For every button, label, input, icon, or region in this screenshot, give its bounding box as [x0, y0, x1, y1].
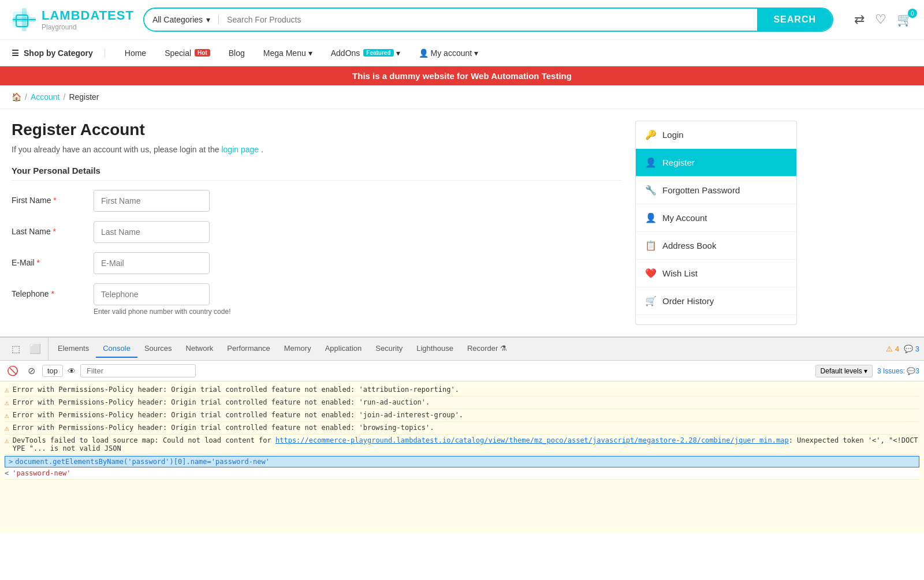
form-subtitle: If you already have an account with us, … — [12, 145, 621, 154]
devtools-icons: ⬚ ⬜ — [5, 338, 49, 360]
sidebar-item-register[interactable]: 👤 Register — [636, 149, 796, 177]
nav-mega-menu[interactable]: Mega Menu ▾ — [255, 43, 321, 63]
account-chevron-icon: ▾ — [474, 48, 478, 58]
login-link[interactable]: login page — [221, 145, 259, 154]
eye-icon: 👁 — [68, 366, 76, 376]
console-output-arrow: < — [5, 469, 9, 477]
page-title: Register Account — [12, 121, 621, 139]
form-section: Register Account If you already have an … — [12, 121, 621, 325]
address-book-icon: 📋 — [645, 240, 657, 251]
sidebar-item-my-account[interactable]: 👤 My Account — [636, 204, 796, 232]
default-levels-btn[interactable]: Default levels ▾ — [815, 365, 873, 377]
nav-addons[interactable]: AddOns Featured ▾ — [323, 43, 408, 63]
breadcrumb: 🏠 / Account / Register — [0, 85, 924, 109]
email-label: E-Mail * — [12, 252, 87, 267]
sidebar-wish-list-label: Wish List — [662, 268, 698, 278]
tab-recorder[interactable]: Recorder ⚗ — [460, 340, 514, 358]
nav-blog[interactable]: Blog — [221, 43, 253, 63]
breadcrumb-home[interactable]: 🏠 — [12, 92, 21, 102]
devtools-panel: ⬚ ⬜ Elements Console Sources Network Per… — [0, 336, 924, 533]
console-output-text: 'password-new' — [12, 469, 70, 477]
nav-special[interactable]: Special Hot — [157, 43, 218, 63]
console-line-5: ⚠ DevTools failed to load source map: Co… — [5, 435, 919, 455]
sidebar-item-address-book[interactable]: 📋 Address Book — [636, 232, 796, 260]
devtools-tabbar: ⬚ ⬜ Elements Console Sources Network Per… — [0, 338, 924, 361]
header: LAMBDATEST Playground All Categories ▾ S… — [0, 0, 924, 40]
console-settings-btn[interactable]: ⊘ — [25, 363, 38, 379]
category-dropdown[interactable]: All Categories ▾ — [144, 15, 219, 24]
cart-icon[interactable]: 🛒 0 — [897, 12, 912, 27]
telephone-hint: Enter valid phone number with country co… — [94, 308, 621, 316]
levels-label: Default levels ▾ — [821, 367, 867, 375]
logo-icon — [12, 7, 37, 32]
warn-icon-1: ⚠ — [5, 386, 9, 394]
console-filter-input[interactable] — [80, 364, 196, 377]
breadcrumb-account[interactable]: Account — [31, 92, 60, 102]
nav-special-label: Special — [165, 48, 191, 58]
nav-home[interactable]: Home — [117, 43, 154, 63]
nav-blog-label: Blog — [229, 48, 245, 58]
tab-console[interactable]: Console — [96, 340, 137, 358]
hamburger-icon: ☰ — [12, 48, 19, 58]
telephone-input[interactable] — [94, 283, 210, 305]
subtitle-prefix: If you already have an account with us, … — [12, 145, 221, 154]
lastname-input[interactable] — [94, 221, 210, 243]
breadcrumb-sep-1: / — [25, 92, 27, 102]
console-line-1: ⚠ Error with Permissions-Policy header: … — [5, 384, 919, 396]
tab-lighthouse[interactable]: Lighthouse — [409, 340, 460, 358]
svg-rect-4 — [13, 17, 36, 22]
sidebar-register-label: Register — [662, 158, 695, 167]
firstname-required: * — [53, 196, 56, 205]
cart-badge: 0 — [908, 9, 917, 18]
device-toggle-btn[interactable]: ⬜ — [27, 341, 43, 357]
nav-items: Home Special Hot Blog Mega Menu ▾ AddOns… — [117, 43, 912, 63]
mega-menu-chevron-icon: ▾ — [308, 48, 312, 58]
search-input[interactable] — [219, 9, 757, 30]
forgotten-password-icon: 🔧 — [645, 185, 657, 196]
console-line-3: ⚠ Error with Permissions-Policy header: … — [5, 409, 919, 422]
back-forward-icon[interactable]: ⇄ — [854, 12, 865, 27]
shop-by-category[interactable]: ☰ Shop by Category — [12, 48, 105, 58]
tab-sources[interactable]: Sources — [137, 340, 179, 358]
console-text-3: Error with Permissions-Policy header: Or… — [13, 411, 463, 419]
tab-application[interactable]: Application — [318, 340, 369, 358]
logo-area: LAMBDATEST Playground — [12, 7, 134, 32]
inspect-element-btn[interactable]: ⬚ — [9, 341, 23, 357]
sidebar-item-forgotten-password[interactable]: 🔧 Forgotten Password — [636, 177, 796, 204]
nav-mega-menu-label: Mega Menu — [263, 48, 306, 58]
sidebar-item-wish-list[interactable]: ❤️ Wish List — [636, 260, 796, 287]
console-output-line: < 'password-new' — [5, 467, 919, 480]
nav-my-account[interactable]: 👤 My account ▾ — [411, 43, 487, 63]
featured-badge: Featured — [363, 49, 393, 57]
nav-home-label: Home — [125, 48, 146, 58]
tab-security[interactable]: Security — [368, 340, 409, 358]
form-row-telephone: Telephone * Enter valid phone number wit… — [12, 283, 621, 316]
form-row-email: E-Mail * — [12, 252, 621, 274]
warn-icon-3: ⚠ — [5, 411, 9, 420]
my-account-icon: 👤 — [645, 212, 657, 223]
logo-text: LAMBDATEST Playground — [42, 8, 134, 31]
tab-performance[interactable]: Performance — [220, 340, 277, 358]
console-prompt: > — [9, 458, 13, 466]
banner-text: This is a dummy website for Web Automati… — [352, 71, 572, 81]
sidebar-item-order-history[interactable]: 🛒 Order History — [636, 287, 796, 315]
search-button[interactable]: SEARCH — [757, 9, 832, 31]
source-map-link[interactable]: https://ecommerce-playground.lambdatest.… — [275, 436, 789, 444]
header-icons: ⇄ ♡ 🛒 0 — [854, 12, 912, 27]
firstname-input[interactable] — [94, 190, 210, 212]
lastname-label: Last Name * — [12, 221, 87, 236]
register-icon: 👤 — [645, 157, 657, 168]
tab-elements[interactable]: Elements — [51, 340, 96, 358]
warn-icon-5: ⚠ — [5, 436, 9, 445]
tab-network[interactable]: Network — [179, 340, 221, 358]
sidebar-item-login[interactable]: 🔑 Login — [636, 121, 796, 149]
breadcrumb-current: Register — [69, 92, 99, 102]
wishlist-icon[interactable]: ♡ — [875, 12, 886, 27]
breadcrumb-sep-2: / — [63, 92, 65, 102]
warning-badge: ⚠ 4 — [886, 345, 899, 353]
email-input[interactable] — [94, 252, 210, 274]
tab-memory[interactable]: Memory — [277, 340, 318, 358]
devtools-console-content: ⚠ Error with Permissions-Policy header: … — [0, 381, 924, 533]
clear-console-btn[interactable]: 🚫 — [5, 363, 21, 379]
logo-brand: LAMBDATEST — [42, 8, 134, 23]
